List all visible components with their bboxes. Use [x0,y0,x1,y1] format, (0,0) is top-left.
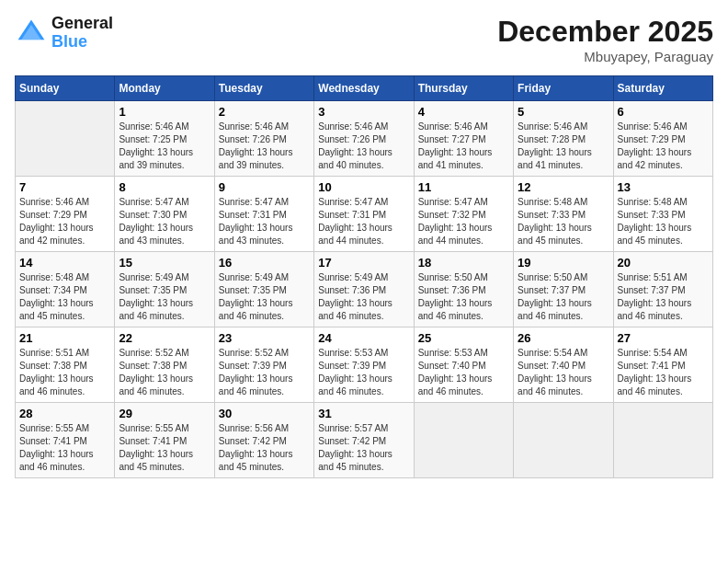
day-number: 23 [219,331,310,345]
calendar-week-row: 14Sunrise: 5:48 AMSunset: 7:34 PMDayligh… [16,252,713,327]
day-header-saturday: Saturday [613,76,712,101]
day-number: 9 [219,180,310,194]
logo-text: General Blue [51,15,113,52]
day-info: Sunrise: 5:53 AMSunset: 7:40 PMDaylight:… [418,347,509,398]
calendar-cell: 26Sunrise: 5:54 AMSunset: 7:40 PMDayligh… [514,327,613,403]
day-number: 31 [318,407,409,420]
day-number: 11 [418,180,509,194]
calendar-cell: 25Sunrise: 5:53 AMSunset: 7:40 PMDayligh… [414,327,513,403]
calendar-cell: 14Sunrise: 5:48 AMSunset: 7:34 PMDayligh… [16,252,115,327]
day-number: 26 [518,331,609,345]
day-info: Sunrise: 5:48 AMSunset: 7:33 PMDaylight:… [518,196,609,247]
day-info: Sunrise: 5:51 AMSunset: 7:38 PMDaylight:… [19,347,110,398]
month-title: December 2025 [497,15,713,49]
day-number: 15 [119,256,210,270]
calendar-cell: 12Sunrise: 5:48 AMSunset: 7:33 PMDayligh… [514,177,613,252]
title-area: December 2025 Mbuyapey, Paraguay [497,15,713,64]
day-number: 22 [119,331,210,345]
calendar-cell: 1Sunrise: 5:46 AMSunset: 7:25 PMDaylight… [115,101,214,177]
day-info: Sunrise: 5:46 AMSunset: 7:29 PMDaylight:… [618,121,709,172]
calendar-cell: 17Sunrise: 5:49 AMSunset: 7:36 PMDayligh… [314,252,414,327]
day-info: Sunrise: 5:55 AMSunset: 7:41 PMDaylight:… [119,422,210,474]
calendar-cell: 10Sunrise: 5:47 AMSunset: 7:31 PMDayligh… [314,177,414,252]
day-number: 8 [119,180,210,194]
day-number: 10 [318,180,409,194]
day-number: 12 [518,180,609,194]
day-number: 4 [418,105,509,119]
day-info: Sunrise: 5:46 AMSunset: 7:29 PMDaylight:… [19,196,110,247]
day-number: 16 [219,256,310,270]
day-number: 24 [318,331,409,345]
day-header-wednesday: Wednesday [314,76,414,101]
calendar-cell: 23Sunrise: 5:52 AMSunset: 7:39 PMDayligh… [214,327,313,403]
calendar-header-row: SundayMondayTuesdayWednesdayThursdayFrid… [16,76,713,101]
calendar-cell: 6Sunrise: 5:46 AMSunset: 7:29 PMDaylight… [613,101,712,177]
day-info: Sunrise: 5:50 AMSunset: 7:36 PMDaylight:… [418,271,509,323]
day-info: Sunrise: 5:46 AMSunset: 7:26 PMDaylight:… [219,121,310,172]
calendar-cell [414,403,513,478]
day-number: 21 [19,331,110,345]
day-number: 5 [518,105,609,119]
day-number: 18 [418,256,509,270]
day-number: 25 [418,331,509,345]
day-info: Sunrise: 5:49 AMSunset: 7:35 PMDaylight:… [219,271,310,323]
day-info: Sunrise: 5:52 AMSunset: 7:38 PMDaylight:… [119,347,210,398]
day-info: Sunrise: 5:49 AMSunset: 7:35 PMDaylight:… [119,271,210,323]
header: General Blue December 2025 Mbuyapey, Par… [15,15,713,64]
day-number: 6 [618,105,709,119]
day-number: 20 [618,256,709,270]
calendar-cell: 11Sunrise: 5:47 AMSunset: 7:32 PMDayligh… [414,177,513,252]
calendar-cell: 15Sunrise: 5:49 AMSunset: 7:35 PMDayligh… [115,252,214,327]
day-info: Sunrise: 5:52 AMSunset: 7:39 PMDaylight:… [219,347,310,398]
calendar-cell: 28Sunrise: 5:55 AMSunset: 7:41 PMDayligh… [16,403,115,478]
calendar-cell: 29Sunrise: 5:55 AMSunset: 7:41 PMDayligh… [115,403,214,478]
calendar-week-row: 7Sunrise: 5:46 AMSunset: 7:29 PMDaylight… [16,177,713,252]
day-info: Sunrise: 5:47 AMSunset: 7:31 PMDaylight:… [219,196,310,247]
day-info: Sunrise: 5:50 AMSunset: 7:37 PMDaylight:… [518,271,609,323]
day-info: Sunrise: 5:51 AMSunset: 7:37 PMDaylight:… [618,271,709,323]
calendar-cell: 31Sunrise: 5:57 AMSunset: 7:42 PMDayligh… [314,403,414,478]
calendar-cell: 4Sunrise: 5:46 AMSunset: 7:27 PMDaylight… [414,101,513,177]
calendar-cell: 8Sunrise: 5:47 AMSunset: 7:30 PMDaylight… [115,177,214,252]
calendar-cell: 2Sunrise: 5:46 AMSunset: 7:26 PMDaylight… [214,101,313,177]
day-number: 27 [618,331,709,345]
calendar-cell: 16Sunrise: 5:49 AMSunset: 7:35 PMDayligh… [214,252,313,327]
calendar-cell: 13Sunrise: 5:48 AMSunset: 7:33 PMDayligh… [613,177,712,252]
day-number: 28 [19,407,110,420]
day-number: 13 [618,180,709,194]
day-info: Sunrise: 5:48 AMSunset: 7:34 PMDaylight:… [19,271,110,323]
calendar-cell: 21Sunrise: 5:51 AMSunset: 7:38 PMDayligh… [16,327,115,403]
calendar-week-row: 28Sunrise: 5:55 AMSunset: 7:41 PMDayligh… [16,403,713,478]
calendar-week-row: 1Sunrise: 5:46 AMSunset: 7:25 PMDaylight… [16,101,713,177]
calendar-cell: 9Sunrise: 5:47 AMSunset: 7:31 PMDaylight… [214,177,313,252]
day-number: 2 [219,105,310,119]
calendar-week-row: 21Sunrise: 5:51 AMSunset: 7:38 PMDayligh… [16,327,713,403]
day-info: Sunrise: 5:57 AMSunset: 7:42 PMDaylight:… [318,422,409,474]
calendar-table: SundayMondayTuesdayWednesdayThursdayFrid… [15,75,713,478]
day-info: Sunrise: 5:49 AMSunset: 7:36 PMDaylight:… [318,271,409,323]
calendar-cell: 27Sunrise: 5:54 AMSunset: 7:41 PMDayligh… [613,327,712,403]
calendar-cell: 22Sunrise: 5:52 AMSunset: 7:38 PMDayligh… [115,327,214,403]
calendar-cell: 18Sunrise: 5:50 AMSunset: 7:36 PMDayligh… [414,252,513,327]
day-header-sunday: Sunday [16,76,115,101]
day-number: 29 [119,407,210,420]
day-header-thursday: Thursday [414,76,513,101]
day-number: 1 [119,105,210,119]
calendar-cell: 20Sunrise: 5:51 AMSunset: 7:37 PMDayligh… [613,252,712,327]
day-number: 17 [318,256,409,270]
day-info: Sunrise: 5:46 AMSunset: 7:26 PMDaylight:… [318,121,409,172]
logo: General Blue [15,15,113,52]
day-info: Sunrise: 5:47 AMSunset: 7:30 PMDaylight:… [119,196,210,247]
calendar-cell: 7Sunrise: 5:46 AMSunset: 7:29 PMDaylight… [16,177,115,252]
calendar-cell [514,403,613,478]
day-number: 19 [518,256,609,270]
day-info: Sunrise: 5:55 AMSunset: 7:41 PMDaylight:… [19,422,110,474]
day-number: 7 [19,180,110,194]
day-info: Sunrise: 5:47 AMSunset: 7:32 PMDaylight:… [418,196,509,247]
day-number: 14 [19,256,110,270]
calendar-cell: 3Sunrise: 5:46 AMSunset: 7:26 PMDaylight… [314,101,414,177]
calendar-cell [16,101,115,177]
day-header-monday: Monday [115,76,214,101]
calendar-cell [613,403,712,478]
day-info: Sunrise: 5:54 AMSunset: 7:40 PMDaylight:… [518,347,609,398]
